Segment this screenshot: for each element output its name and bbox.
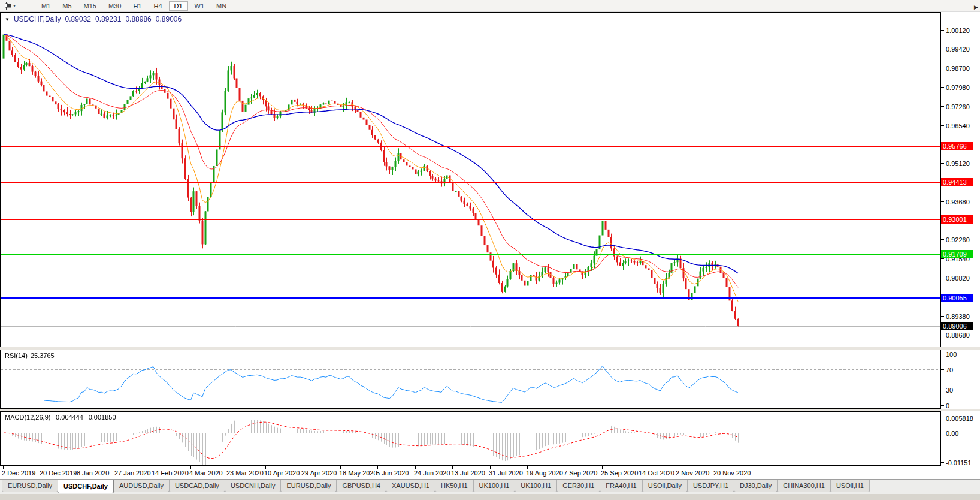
chart-tab-uk100-h1[interactable]: UK100,H1 bbox=[473, 480, 516, 492]
rsi-axis-label: 30 bbox=[946, 387, 953, 394]
chart-tab-china300-h1[interactable]: CHINA300,H1 bbox=[777, 480, 831, 492]
price-axis-label: 0.97260 bbox=[946, 103, 970, 110]
chart-tab-eurusd-daily[interactable]: EURUSD,Daily bbox=[2, 480, 58, 492]
timeframe-button-h4[interactable]: H4 bbox=[148, 1, 167, 11]
timeframe-button-d1[interactable]: D1 bbox=[169, 1, 188, 11]
chart-tab-hk50-h1[interactable]: HK50,H1 bbox=[435, 480, 474, 492]
time-axis-tick bbox=[153, 466, 153, 469]
time-axis-label: 20 Dec 2019 bbox=[40, 469, 77, 477]
time-axis-tick bbox=[265, 466, 266, 469]
macd-label: MACD(12,26,9) -0.004444 -0.001850 bbox=[5, 414, 116, 421]
timeframe-button-m5[interactable]: M5 bbox=[57, 1, 77, 11]
macd-name: MACD(12,26,9) bbox=[5, 414, 50, 421]
chart-tab-gbpusd-h4[interactable]: GBPUSD,H4 bbox=[336, 480, 386, 492]
chart-tab-fra40-h1[interactable]: FRA40,H1 bbox=[600, 480, 642, 492]
key-level-price-badge: 0.93001 bbox=[941, 215, 973, 224]
time-axis-label: 19 Aug 2020 bbox=[526, 469, 563, 477]
price-axis-label: 0.99420 bbox=[946, 46, 970, 53]
time-axis-tick bbox=[228, 466, 228, 469]
macd-signal-value: -0.001850 bbox=[86, 414, 116, 421]
time-axis-tick bbox=[677, 466, 677, 469]
time-axis-tick bbox=[78, 466, 78, 469]
rsi-name: RSI(14) bbox=[5, 352, 28, 359]
time-axis-label: 4 Mar 2020 bbox=[189, 469, 223, 477]
time-axis-label: 18 May 2020 bbox=[339, 469, 377, 477]
macd-axis[interactable]: 0.0058180.00-0.01151 bbox=[941, 411, 980, 466]
chart-tab-eurusd-daily[interactable]: EURUSD,Daily bbox=[280, 480, 337, 492]
key-level-price-badge: 0.91709 bbox=[941, 250, 973, 258]
price-axis-label: 0.92260 bbox=[946, 236, 970, 243]
chart-tab-ger30-h1[interactable]: GER30,H1 bbox=[556, 480, 600, 492]
time-axis-label: 27 Jan 2020 bbox=[114, 469, 151, 477]
rsi-axis[interactable]: 10070300 bbox=[941, 350, 980, 409]
timeframe-button-m15[interactable]: M15 bbox=[78, 1, 102, 11]
chart-tab-usoil-daily[interactable]: USOil,Daily bbox=[642, 480, 688, 492]
tab-scroll-right-icon[interactable]: ▶ bbox=[974, 4, 978, 10]
time-axis-tick bbox=[527, 466, 528, 469]
rsi-axis-label: 100 bbox=[946, 351, 957, 358]
mt4-window: ▾ M1M5M15M30H1H4D1W1MN ▼ USDCHF,Daily 0.… bbox=[0, 0, 980, 500]
chart-tab-xauusd-h1[interactable]: XAUUSD,H1 bbox=[386, 480, 435, 492]
key-level-price-badge: 0.95766 bbox=[941, 142, 973, 150]
time-axis-tick bbox=[490, 466, 491, 469]
chevron-down-icon: ▾ bbox=[13, 4, 16, 8]
time-axis-label: 25 Sep 2020 bbox=[601, 469, 638, 477]
chart-tab-bar: EURUSD,DailyUSDCHF,DailyAUDUSD,DailyUSDC… bbox=[0, 479, 980, 494]
time-axis-tick bbox=[377, 466, 378, 469]
chart-title: ▼ USDCHF,Daily 0.89032 0.89231 0.88986 0… bbox=[5, 15, 182, 23]
macd-indicator-panel: MACD(12,26,9) -0.004444 -0.001850 bbox=[0, 411, 941, 466]
chart-tab-usdcad-daily[interactable]: USDCAD,Daily bbox=[169, 480, 225, 492]
chart-tab-audusd-daily[interactable]: AUDUSD,Daily bbox=[113, 480, 170, 492]
rsi-label: RSI(14) 25.3765 bbox=[5, 352, 55, 359]
ohlc-high: 0.89231 bbox=[95, 15, 121, 23]
time-axis-tick bbox=[715, 466, 715, 469]
time-axis-label: 24 Jun 2020 bbox=[414, 469, 450, 477]
price-axis-label: 0.95120 bbox=[946, 160, 970, 167]
time-axis-label: 31 Jul 2020 bbox=[489, 469, 523, 477]
price-axis-label: 1.00120 bbox=[946, 27, 970, 34]
ohlc-low: 0.88986 bbox=[125, 15, 151, 23]
macd-canvas[interactable] bbox=[1, 412, 940, 465]
key-level-price-badge: 0.94413 bbox=[941, 178, 973, 186]
time-axis-label: 14 Feb 2020 bbox=[152, 469, 189, 477]
time-axis-label: 8 Jan 2020 bbox=[77, 469, 109, 477]
timeframe-button-h1[interactable]: H1 bbox=[128, 1, 147, 11]
time-axis-label: 2 Nov 2020 bbox=[676, 469, 709, 477]
price-axis-label: 0.89380 bbox=[946, 313, 970, 320]
timeframe-button-mn[interactable]: MN bbox=[211, 1, 232, 11]
timeframe-button-w1[interactable]: W1 bbox=[189, 1, 210, 11]
price-chart-canvas[interactable] bbox=[1, 13, 940, 347]
chart-tab-usdchf-daily[interactable]: USDCHF,Daily bbox=[58, 480, 114, 493]
chart-tab-uk100-h1[interactable]: UK100,H1 bbox=[515, 480, 557, 492]
time-axis[interactable]: 2 Dec 201920 Dec 20198 Jan 202027 Jan 20… bbox=[0, 466, 941, 479]
time-axis-tick bbox=[303, 466, 303, 469]
time-axis-tick bbox=[41, 466, 41, 469]
price-axis-label: 0.90820 bbox=[946, 275, 970, 282]
chart-tab-usdcnh-daily[interactable]: USDCNH,Daily bbox=[225, 480, 282, 492]
chart-tab-usoil-h1[interactable]: USOil,H1 bbox=[830, 480, 870, 492]
time-axis-label: 23 Mar 2020 bbox=[226, 469, 264, 477]
time-axis-tick bbox=[190, 466, 191, 469]
chart-tab-usdjpy-h1[interactable]: USDJPY,H1 bbox=[687, 480, 734, 492]
time-axis-label: 5 Jun 2020 bbox=[376, 469, 409, 477]
toolbar-separator bbox=[32, 2, 32, 10]
price-axis-label: 0.96540 bbox=[946, 122, 970, 129]
candlestick-style-icon bbox=[4, 2, 12, 10]
collapse-chart-icon[interactable]: ▼ bbox=[5, 17, 10, 22]
chart-tab-dj30-daily[interactable]: DJ30,Daily bbox=[734, 480, 778, 492]
ohlc-close: 0.89006 bbox=[156, 15, 182, 23]
macd-axis-label: 0.005818 bbox=[946, 415, 973, 422]
macd-main-value: -0.004444 bbox=[53, 414, 83, 421]
timeframe-button-m1[interactable]: M1 bbox=[36, 1, 56, 11]
chart-symbol-label: USDCHF,Daily bbox=[14, 15, 61, 23]
price-axis-label: 0.98700 bbox=[946, 65, 970, 72]
current-price-badge: 0.89006 bbox=[941, 322, 973, 330]
time-axis-label: 10 Apr 2020 bbox=[264, 469, 300, 477]
toolbar-drag-handle[interactable] bbox=[23, 2, 25, 10]
price-axis[interactable]: 1.001200.994200.987000.979800.972600.965… bbox=[941, 12, 980, 347]
timeframe-button-m30[interactable]: M30 bbox=[103, 1, 126, 11]
time-axis-label: 29 Apr 2020 bbox=[301, 469, 337, 477]
time-axis-tick bbox=[640, 466, 640, 469]
chart-style-tool-button[interactable]: ▾ bbox=[2, 1, 18, 11]
rsi-canvas[interactable] bbox=[1, 350, 940, 408]
